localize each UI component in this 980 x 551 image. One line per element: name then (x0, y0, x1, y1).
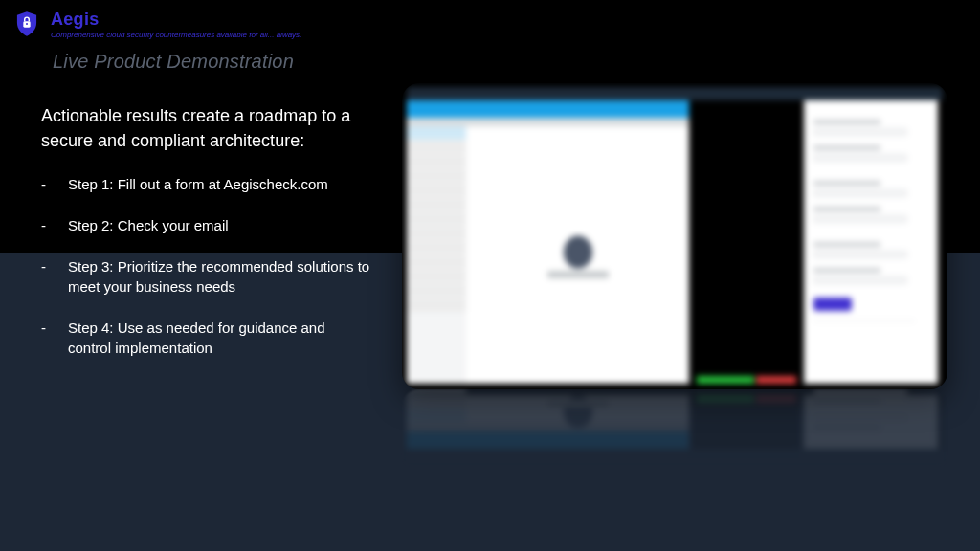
app-canvas (466, 126, 689, 384)
list-item: -Step 2: Check your email (41, 215, 371, 235)
step-list: -Step 1: Fill out a form at Aegischeck.c… (41, 174, 371, 358)
robot-icon (564, 235, 592, 268)
app-header-bar (407, 100, 689, 118)
screenshot-panel (402, 83, 947, 389)
brand-tagline: Comprehensive cloud security countermeas… (51, 31, 301, 39)
brand-block: Aegis Comprehensive cloud security count… (16, 10, 301, 39)
section-title: Live Product Demonstration (53, 51, 294, 73)
canvas-caption (547, 271, 609, 278)
list-item: -Step 3: Prioritize the recommended solu… (41, 256, 371, 297)
step-text: Step 2: Check your email (68, 215, 371, 235)
app-window-left (407, 100, 689, 384)
brand-name: Aegis (51, 10, 301, 30)
dark-panel-mid (691, 100, 801, 384)
window-chrome (407, 87, 943, 100)
content-block: Actionable results create a roadmap to a… (41, 104, 371, 379)
step-text: Step 1: Fill out a form at Aegischeck.co… (68, 174, 371, 194)
status-bar-red (756, 376, 796, 384)
app-subheader (407, 118, 689, 126)
list-item: -Step 1: Fill out a form at Aegischeck.c… (41, 174, 371, 194)
svg-point-1 (26, 23, 28, 25)
form-submit-button (813, 298, 852, 311)
heading-text: Actionable results create a roadmap to a… (41, 104, 371, 153)
dark-panel-right (938, 100, 943, 384)
list-item: -Step 4: Use as needed for guidance and … (41, 318, 371, 358)
app-sidebar (407, 126, 466, 384)
step-text: Step 4: Use as needed for guidance and c… (68, 318, 371, 358)
form-panel (804, 100, 938, 384)
status-bar-green (697, 376, 754, 384)
shield-lock-icon (16, 11, 37, 36)
step-text: Step 3: Prioritize the recommended solut… (68, 256, 371, 297)
screenshot-reflection (402, 389, 947, 466)
slide: Aegis Comprehensive cloud security count… (0, 0, 980, 551)
